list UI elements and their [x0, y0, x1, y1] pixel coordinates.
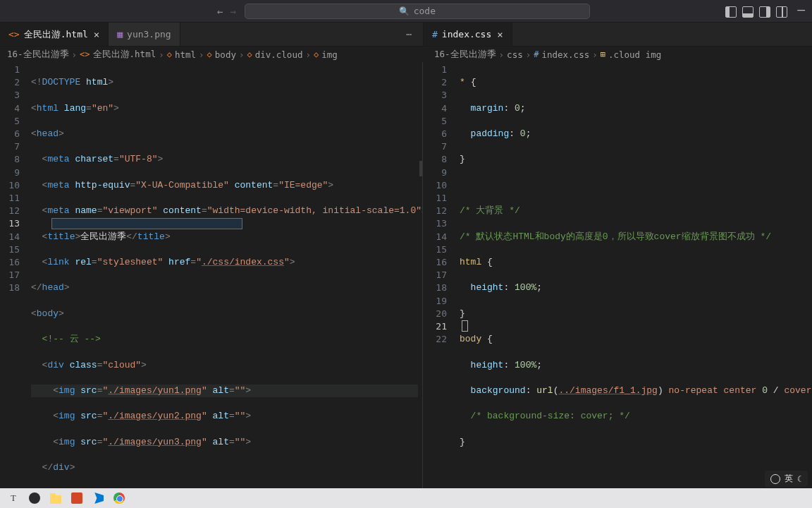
- title-layout-controls: —: [725, 4, 805, 19]
- editor-pane-right[interactable]: 123456789 1011121314151617 1819202122 * …: [423, 62, 812, 488]
- close-icon[interactable]: ×: [497, 29, 503, 40]
- tab-css-file[interactable]: # index.css ×: [424, 23, 512, 46]
- line-numbers: 123456789 1011121314151617 1819202122: [423, 62, 455, 346]
- scroll-marker: [419, 161, 422, 176]
- element-icon: ◇: [167, 49, 172, 59]
- taskbar-app-chrome[interactable]: [111, 490, 127, 506]
- layout-customize-icon[interactable]: [776, 6, 787, 18]
- html-file-icon: <>: [80, 49, 90, 59]
- crumb[interactable]: html: [175, 49, 196, 60]
- taskbar-app-powerpoint[interactable]: [69, 490, 85, 506]
- taskbar-app-folder[interactable]: [48, 490, 63, 506]
- window-minimize-icon[interactable]: —: [797, 2, 805, 17]
- taskbar-app-vscode[interactable]: [90, 490, 106, 506]
- layout-sidebar-right-icon[interactable]: [759, 6, 770, 18]
- html-file-icon: <>: [8, 29, 20, 40]
- crumb[interactable]: div.cloud: [255, 49, 303, 60]
- ime-lang[interactable]: 英: [785, 473, 793, 485]
- command-center[interactable]: 🔍 code: [245, 4, 590, 19]
- nav-forward-icon[interactable]: →: [230, 6, 235, 17]
- tab-label: yun3.png: [127, 29, 171, 40]
- tabs-right-group: # index.css ×: [424, 23, 812, 46]
- crumb[interactable]: 全民出游.html: [93, 49, 156, 61]
- nav-back-icon[interactable]: ←: [217, 6, 223, 17]
- search-text: code: [414, 6, 436, 16]
- tab-html-file[interactable]: <> 全民出游.html ×: [0, 23, 109, 46]
- crumb[interactable]: .cloud img: [608, 49, 661, 60]
- selector-icon: ⊞: [601, 49, 605, 59]
- editor-pane-left[interactable]: 123456789 101112131415161718 <!DOCTYPE h…: [0, 62, 423, 488]
- title-bar: ← → 🔍 code —: [0, 0, 812, 23]
- ime-globe-icon[interactable]: [770, 474, 780, 484]
- tab-label: index.css: [442, 29, 491, 40]
- crumb[interactable]: css: [507, 49, 523, 60]
- nav-arrows: ← →: [217, 6, 236, 17]
- breadcrumbs-row: 16-全民出游季› <> 全民出游.html› ◇ html› ◇ body› …: [0, 47, 812, 62]
- tabs-left-group: <> 全民出游.html × ▦ yun3.png ⋯: [0, 23, 423, 46]
- night-mode-icon[interactable]: ☾: [797, 474, 802, 484]
- layout-panel-bottom-icon[interactable]: [742, 6, 753, 18]
- editor-tabs-row: <> 全民出游.html × ▦ yun3.png ⋯ # index.css …: [0, 23, 812, 47]
- element-icon: ◇: [207, 49, 212, 59]
- tab-label: 全民出游.html: [24, 28, 88, 41]
- code-area[interactable]: * { margin: 0; padding: 0; } /* 大背景 */ /…: [460, 64, 808, 488]
- css-file-icon: #: [534, 49, 539, 59]
- element-icon: ◇: [314, 49, 319, 59]
- crumb[interactable]: img: [321, 49, 338, 60]
- crumb[interactable]: 16-全民出游季: [434, 49, 496, 61]
- tab-image-file[interactable]: ▦ yun3.png: [109, 23, 180, 46]
- editor-split: 123456789 101112131415161718 <!DOCTYPE h…: [0, 62, 812, 488]
- element-icon: ◇: [247, 49, 252, 59]
- taskbar[interactable]: T: [0, 488, 812, 508]
- search-icon: 🔍: [399, 6, 410, 16]
- taskbar-app-circle[interactable]: [27, 490, 42, 506]
- more-icon[interactable]: ⋯: [406, 29, 412, 40]
- taskbar-app-text[interactable]: T: [6, 490, 21, 506]
- crumb[interactable]: 16-全民出游季: [7, 49, 69, 61]
- crumb[interactable]: index.css: [541, 49, 589, 60]
- close-icon[interactable]: ×: [94, 29, 99, 40]
- crumb[interactable]: body: [215, 49, 236, 60]
- code-area[interactable]: <!DOCTYPE html> <html lang="en"> <head> …: [31, 64, 418, 488]
- line-numbers: 123456789 101112131415161718: [0, 62, 27, 295]
- breadcrumb[interactable]: 16-全民出游季› <> 全民出游.html› ◇ html› ◇ body› …: [0, 47, 423, 62]
- ime-tray[interactable]: 英 ☾: [765, 471, 808, 487]
- tab-actions-left[interactable]: ⋯: [406, 23, 423, 46]
- layout-sidebar-left-icon[interactable]: [725, 6, 737, 18]
- css-file-icon: #: [432, 29, 438, 40]
- image-file-icon: ▦: [117, 29, 123, 40]
- breadcrumb[interactable]: 16-全民出游季› css› # index.css› ⊞ .cloud img: [423, 47, 812, 62]
